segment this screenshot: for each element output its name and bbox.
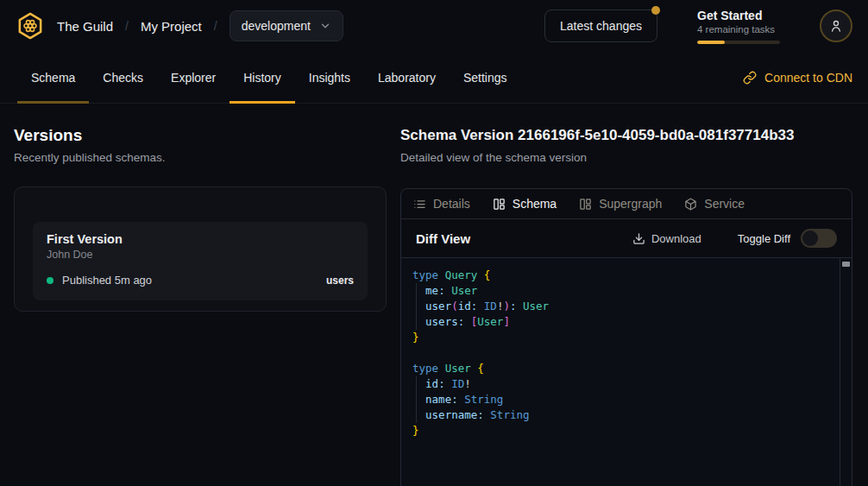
version-name: First Version bbox=[47, 232, 354, 246]
tab-settings[interactable]: Settings bbox=[450, 52, 521, 103]
connect-to-cdn-label: Connect to CDN bbox=[764, 71, 852, 85]
person-icon bbox=[828, 18, 844, 34]
version-detail-title: Schema Version 2166196f-5e10-4059-bd0a-0… bbox=[400, 126, 852, 145]
tab-label: History bbox=[243, 71, 281, 85]
tab-label: Checks bbox=[103, 71, 143, 85]
detail-tab-label: Service bbox=[704, 197, 745, 211]
version-list-item[interactable]: First Version John Doe Published 5m ago … bbox=[33, 222, 368, 300]
tab-label: Settings bbox=[463, 71, 507, 85]
breadcrumb-separator: / bbox=[125, 19, 129, 33]
latest-changes-label: Latest changes bbox=[560, 19, 642, 33]
download-label: Download bbox=[651, 232, 701, 245]
diff-view-actions: Download Toggle Diff bbox=[632, 229, 837, 248]
download-button[interactable]: Download bbox=[632, 232, 701, 245]
tab-label: Explorer bbox=[171, 71, 216, 85]
download-icon bbox=[632, 232, 645, 245]
header-actions: Latest changes Get Started 4 remaining t… bbox=[544, 9, 852, 44]
code-line: username: String bbox=[412, 407, 829, 423]
app-window: The Guild / My Project / development Lat… bbox=[0, 0, 868, 486]
schema-code-viewer[interactable]: type Query { me: User user(id: ID!): Use… bbox=[401, 258, 852, 486]
detail-tab-details[interactable]: Details bbox=[413, 197, 470, 211]
code-line: type Query { bbox=[412, 268, 829, 283]
detail-tab-label: Details bbox=[433, 197, 470, 211]
code-line: user(id: ID!): User bbox=[412, 299, 829, 314]
chevron-down-icon bbox=[319, 20, 331, 32]
version-status: Published 5m ago bbox=[62, 274, 152, 287]
code-content: type Query { me: User user(id: ID!): Use… bbox=[412, 268, 829, 439]
tab-label: Insights bbox=[309, 71, 350, 85]
published-status-dot bbox=[47, 277, 53, 284]
tab-history[interactable]: History bbox=[230, 52, 295, 103]
diff-view-header: Diff View Download Toggle Diff bbox=[401, 219, 852, 258]
detail-tab-schema[interactable]: Schema bbox=[493, 197, 557, 211]
user-avatar[interactable] bbox=[820, 9, 852, 42]
latest-changes-button[interactable]: Latest changes bbox=[544, 9, 657, 42]
code-line: id: ID! bbox=[412, 376, 829, 392]
link-icon bbox=[743, 71, 757, 85]
code-line: name: String bbox=[412, 392, 829, 407]
tab-checks[interactable]: Checks bbox=[89, 52, 157, 103]
progress-bar bbox=[697, 41, 780, 44]
version-author: John Doe bbox=[47, 249, 354, 261]
version-detail-column: Schema Version 2166196f-5e10-4059-bd0a-0… bbox=[400, 126, 852, 486]
detail-tab-supergraph[interactable]: Supergraph bbox=[579, 197, 662, 211]
code-line bbox=[412, 345, 829, 361]
code-line: type User { bbox=[412, 361, 829, 376]
breadcrumb: The Guild / My Project / development bbox=[57, 10, 343, 41]
toggle-diff-switch[interactable] bbox=[801, 229, 837, 248]
get-started-subtitle: 4 remaining tasks bbox=[697, 24, 780, 35]
connect-to-cdn-link[interactable]: Connect to CDN bbox=[743, 52, 852, 103]
version-detail-panel: Details Schema Supergraph bbox=[400, 188, 852, 486]
breadcrumb-org[interactable]: The Guild bbox=[57, 19, 113, 34]
code-line: } bbox=[412, 330, 829, 345]
tab-explorer[interactable]: Explorer bbox=[157, 52, 230, 103]
detail-tab-label: Supergraph bbox=[599, 197, 662, 211]
target-nav-tabs: Schema Checks Explorer History Insights … bbox=[0, 52, 868, 104]
versions-subtitle: Recently published schemas. bbox=[14, 150, 387, 166]
version-detail-subtitle: Detailed view of the schema version bbox=[400, 150, 852, 166]
hive-logo[interactable] bbox=[16, 11, 45, 41]
versions-column: Versions Recently published schemas. Fir… bbox=[14, 126, 387, 486]
service-badge: users bbox=[326, 275, 354, 287]
code-line: } bbox=[412, 423, 829, 439]
tab-label: Laboratory bbox=[378, 71, 436, 85]
get-started-title: Get Started bbox=[697, 9, 780, 22]
detail-tabs: Details Schema Supergraph bbox=[401, 189, 852, 219]
breadcrumb-separator: / bbox=[214, 19, 217, 33]
get-started-widget[interactable]: Get Started 4 remaining tasks bbox=[697, 9, 780, 44]
detail-tab-service[interactable]: Service bbox=[684, 197, 745, 211]
box-icon bbox=[684, 198, 697, 211]
toggle-diff-label: Toggle Diff bbox=[738, 232, 790, 245]
tab-insights[interactable]: Insights bbox=[295, 52, 364, 103]
diff-view-title: Diff View bbox=[416, 231, 470, 246]
panels-icon bbox=[579, 198, 592, 211]
panels-icon bbox=[493, 198, 506, 211]
tab-label: Schema bbox=[31, 71, 75, 85]
notification-dot bbox=[651, 6, 660, 15]
environment-selector-value: development bbox=[242, 19, 311, 33]
scrollbar-thumb[interactable] bbox=[842, 262, 850, 267]
versions-card: First Version John Doe Published 5m ago … bbox=[14, 186, 387, 312]
breadcrumb-project[interactable]: My Project bbox=[141, 19, 202, 34]
progress-fill bbox=[697, 41, 725, 44]
toggle-knob bbox=[802, 230, 818, 246]
list-icon bbox=[413, 198, 426, 211]
tab-laboratory[interactable]: Laboratory bbox=[364, 52, 450, 103]
tab-schema[interactable]: Schema bbox=[17, 52, 89, 103]
versions-title: Versions bbox=[14, 126, 387, 145]
hexagon-hive-icon bbox=[16, 11, 45, 41]
detail-tab-label: Schema bbox=[513, 197, 557, 211]
code-line: me: User bbox=[412, 283, 829, 299]
environment-selector[interactable]: development bbox=[230, 10, 343, 41]
code-scrollbar bbox=[840, 258, 852, 486]
header: The Guild / My Project / development Lat… bbox=[0, 0, 868, 52]
code-line: users: [User] bbox=[412, 314, 829, 330]
main-content: Versions Recently published schemas. Fir… bbox=[0, 104, 868, 486]
version-status-row: Published 5m ago users bbox=[47, 274, 354, 287]
